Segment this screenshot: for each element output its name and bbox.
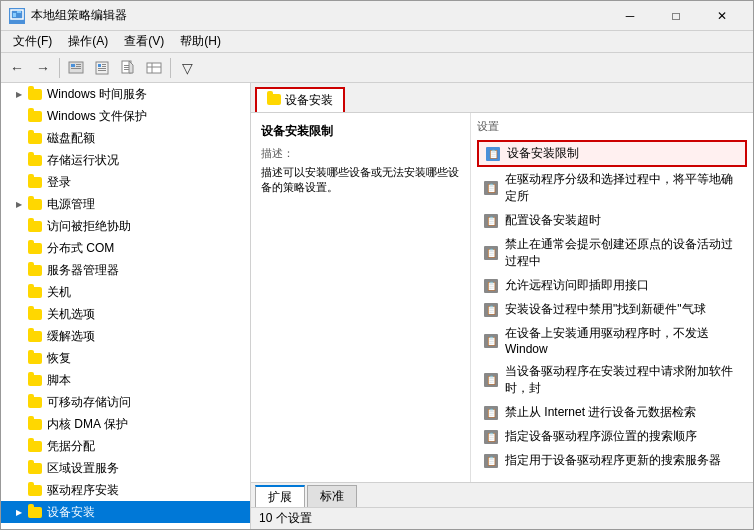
tree-label-8: 服务器管理器 (47, 262, 119, 279)
tree-item-8[interactable]: ▶ 服务器管理器 (1, 259, 250, 281)
tree-arrow-6: ▶ (13, 220, 25, 232)
settings-item-10[interactable]: 📋 指定用于设备驱动程序更新的搜索服务器 (477, 449, 747, 472)
toolbar-filter-button[interactable]: ▽ (175, 56, 199, 80)
tree-item-4[interactable]: ▶ 登录 (1, 171, 250, 193)
tree-item-6[interactable]: ▶ 访问被拒绝协助 (1, 215, 250, 237)
menu-file[interactable]: 文件(F) (5, 31, 60, 52)
toolbar-btn-2[interactable] (90, 56, 114, 80)
tree-item-9[interactable]: ▶ 关机 (1, 281, 250, 303)
tree-item-3[interactable]: ▶ 存储运行状况 (1, 149, 250, 171)
settings-label-8: 禁止从 Internet 进行设备元数据检索 (505, 404, 696, 421)
tree-label-0: Windows 时间服务 (47, 86, 147, 103)
tree-label-1: Windows 文件保护 (47, 108, 147, 125)
tab-label: 设备安装 (285, 92, 333, 109)
tree-label-5: 电源管理 (47, 196, 95, 213)
toolbar: ← → ▽ (1, 53, 753, 83)
tree-arrow-7: ▶ (13, 242, 25, 254)
tree-label-4: 登录 (47, 174, 71, 191)
settings-item-5[interactable]: 📋 安装设备过程中禁用"找到新硬件"气球 (477, 298, 747, 321)
toolbar-btn-1[interactable] (64, 56, 88, 80)
folder-icon-1 (27, 108, 43, 124)
maximize-button[interactable]: □ (653, 1, 699, 31)
tree-item-7[interactable]: ▶ 分布式 COM (1, 237, 250, 259)
settings-item-8[interactable]: 📋 禁止从 Internet 进行设备元数据检索 (477, 401, 747, 424)
tree-label-19: 设备安装 (47, 504, 95, 521)
settings-item-2[interactable]: 📋 配置设备安装超时 (477, 209, 747, 232)
bottom-tab-standard[interactable]: 标准 (307, 485, 357, 507)
folder-icon-14 (27, 394, 43, 410)
tree-label-11: 缓解选项 (47, 328, 95, 345)
settings-panel: 设置 📋 设备安装限制 📋 (471, 113, 753, 482)
settings-list: 📋 设备安装限制 📋 在驱动程序分级和选择过程中，将平等地确定所 (477, 140, 747, 472)
svg-rect-2 (17, 11, 21, 13)
tree-item-1[interactable]: ▶ Windows 文件保护 (1, 105, 250, 127)
settings-item-3[interactable]: 📋 禁止在通常会提示创建还原点的设备活动过过程中 (477, 233, 747, 273)
window-title: 本地组策略编辑器 (31, 7, 607, 24)
bottom-tab-expand[interactable]: 扩展 (255, 485, 305, 507)
desc-label: 描述： (261, 146, 460, 161)
section-title: 设备安装限制 (261, 123, 460, 140)
toolbar-btn-4[interactable] (142, 56, 166, 80)
tree-item-19[interactable]: ▶ 设备安装 (1, 501, 250, 523)
tree-arrow-8: ▶ (13, 264, 25, 276)
folder-icon-7 (27, 240, 43, 256)
menu-help[interactable]: 帮助(H) (172, 31, 229, 52)
settings-item-4[interactable]: 📋 允许远程访问即插即用接口 (477, 274, 747, 297)
tree-item-12[interactable]: ▶ 恢复 (1, 347, 250, 369)
tree-item-2[interactable]: ▶ 磁盘配额 (1, 127, 250, 149)
tree-item-16[interactable]: ▶ 凭据分配 (1, 435, 250, 457)
settings-label-5: 安装设备过程中禁用"找到新硬件"气球 (505, 301, 706, 318)
tab-area: 设备安装 (251, 83, 753, 113)
window-icon (9, 8, 25, 24)
settings-label-7: 当设备驱动程序在安装过程中请求附加软件时，封 (505, 363, 741, 397)
tree-item-11[interactable]: ▶ 缓解选项 (1, 325, 250, 347)
tree-label-14: 可移动存储访问 (47, 394, 131, 411)
svg-rect-1 (13, 13, 16, 17)
main-window: 本地组策略编辑器 ─ □ ✕ 文件(F) 操作(A) 查看(V) 帮助(H) ←… (0, 0, 754, 530)
tree-arrow-17: ▶ (13, 462, 25, 474)
content-pane: 设备安装限制 描述： 描述可以安装哪些设备或无法安装哪些设备的策略设置。 设置 … (251, 113, 753, 482)
policy-icon-2: 📋 (483, 213, 499, 229)
tree-item-10[interactable]: ▶ 关机选项 (1, 303, 250, 325)
tab-header: 设备安装 (251, 83, 753, 112)
policy-icon-8: 📋 (483, 405, 499, 421)
settings-item-7[interactable]: 📋 当设备驱动程序在安装过程中请求附加软件时，封 (477, 360, 747, 400)
folder-icon-16 (27, 438, 43, 454)
tree-item-13[interactable]: ▶ 脚本 (1, 369, 250, 391)
toolbar-btn-3[interactable] (116, 56, 140, 80)
tree-item-17[interactable]: ▶ 区域设置服务 (1, 457, 250, 479)
settings-label-6: 在设备上安装通用驱动程序时，不发送 Window (505, 325, 741, 356)
tree-item-5[interactable]: ▶ 电源管理 (1, 193, 250, 215)
policy-icon-3: 📋 (483, 245, 499, 261)
back-button[interactable]: ← (5, 56, 29, 80)
folder-icon-12 (27, 350, 43, 366)
tree-arrow-5: ▶ (13, 198, 25, 210)
tree-arrow-13: ▶ (13, 374, 25, 386)
tree-label-18: 驱动程序安装 (47, 482, 119, 499)
settings-item-6[interactable]: 📋 在设备上安装通用驱动程序时，不发送 Window (477, 322, 747, 359)
menu-action[interactable]: 操作(A) (60, 31, 116, 52)
tree-item-15[interactable]: ▶ 内核 DMA 保护 (1, 413, 250, 435)
main-tab[interactable]: 设备安装 (255, 87, 345, 112)
folder-icon-17 (27, 460, 43, 476)
tree-arrow-0: ▶ (13, 88, 25, 100)
svg-rect-16 (124, 67, 129, 68)
minimize-button[interactable]: ─ (607, 1, 653, 31)
settings-label-2: 配置设备安装超时 (505, 212, 601, 229)
settings-item-0[interactable]: 📋 设备安装限制 (477, 140, 747, 167)
menu-view[interactable]: 查看(V) (116, 31, 172, 52)
tree-item-0[interactable]: ▶ Windows 时间服务 (1, 83, 250, 105)
folder-icon-8 (27, 262, 43, 278)
tree-item-18[interactable]: ▶ 驱动程序安装 (1, 479, 250, 501)
close-button[interactable]: ✕ (699, 1, 745, 31)
folder-icon-11 (27, 328, 43, 344)
settings-item-1[interactable]: 📋 在驱动程序分级和选择过程中，将平等地确定所 (477, 168, 747, 208)
svg-rect-9 (98, 64, 101, 67)
tree-arrow-2: ▶ (13, 132, 25, 144)
settings-header: 设置 (477, 119, 747, 134)
policy-icon-7: 📋 (483, 372, 499, 388)
settings-item-9[interactable]: 📋 指定设备驱动程序源位置的搜索顺序 (477, 425, 747, 448)
tree-label-17: 区域设置服务 (47, 460, 119, 477)
tree-item-14[interactable]: ▶ 可移动存储访问 (1, 391, 250, 413)
forward-button[interactable]: → (31, 56, 55, 80)
